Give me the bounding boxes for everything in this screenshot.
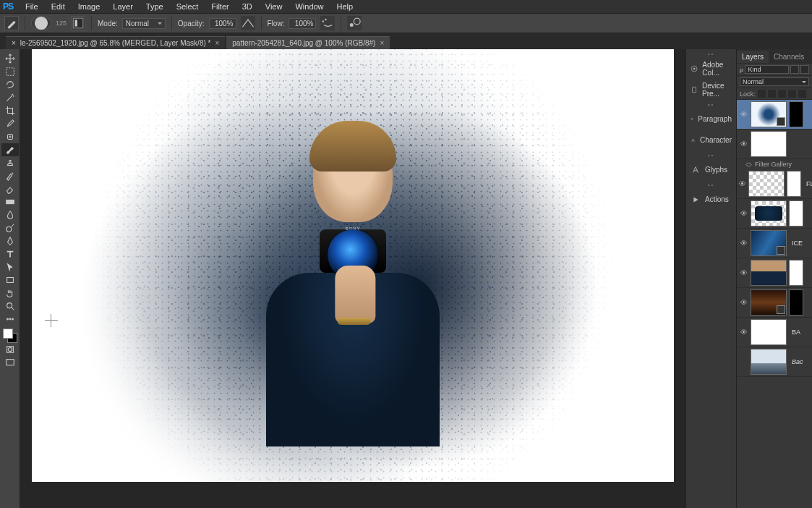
rectangle-tool[interactable] [1, 274, 19, 287]
path-selection-tool[interactable] [1, 261, 19, 274]
layer-row[interactable]: Bac [737, 347, 812, 377]
layer-row[interactable] [737, 258, 812, 288]
pressure-size-icon[interactable] [347, 16, 362, 30]
filter-pixel-icon[interactable] [790, 65, 799, 74]
panel-actions[interactable]: Actions [686, 189, 736, 210]
layer-row[interactable] [737, 199, 812, 229]
healing-brush-tool[interactable] [1, 130, 19, 143]
menu-help[interactable]: Help [330, 1, 360, 12]
type-tool[interactable] [1, 247, 19, 261]
menu-image[interactable]: Image [72, 1, 107, 12]
airbrush-icon[interactable] [320, 16, 335, 30]
layer-thumbnail[interactable] [751, 230, 787, 256]
layer-row[interactable]: FLA [737, 169, 812, 199]
edit-toolbar[interactable] [1, 313, 19, 326]
menu-3d[interactable]: 3D [236, 1, 259, 12]
magic-wand-tool[interactable] [1, 91, 19, 104]
panel-gripper[interactable]: •• [686, 100, 736, 109]
layer-mask-thumbnail[interactable] [789, 101, 803, 127]
layer-mask-thumbnail[interactable] [789, 289, 803, 316]
layer-thumbnail[interactable] [751, 289, 787, 316]
tab-history[interactable]: His [809, 51, 812, 63]
layer-row[interactable] [737, 100, 812, 130]
layer-name[interactable]: ICE [789, 240, 803, 247]
menu-filter[interactable]: Filter [205, 1, 235, 12]
visibility-toggle[interactable] [738, 328, 748, 337]
layer-name[interactable]: BA [789, 329, 800, 336]
lock-all-icon[interactable] [798, 90, 806, 98]
layer-blend-mode-dropdown[interactable]: Normal [740, 77, 809, 86]
menu-layer[interactable]: Layer [106, 1, 140, 12]
lock-artboard-icon[interactable] [788, 90, 796, 98]
visibility-toggle[interactable] [738, 239, 748, 248]
layer-mask-thumbnail[interactable] [789, 260, 803, 286]
blend-mode-dropdown[interactable]: Normal [122, 18, 166, 29]
menu-file[interactable]: File [19, 1, 45, 12]
marquee-tool[interactable] [1, 65, 19, 78]
brush-preview-icon[interactable] [31, 16, 51, 30]
gradient-tool[interactable] [1, 195, 19, 208]
zoom-tool[interactable] [1, 300, 19, 313]
pen-tool[interactable] [1, 234, 19, 247]
layer-mask-thumbnail[interactable] [787, 171, 801, 197]
layer-thumbnail[interactable] [751, 200, 787, 227]
menu-view[interactable]: View [259, 1, 289, 12]
layer-name[interactable]: Bac [789, 358, 803, 365]
screen-mode-icon[interactable] [1, 356, 19, 369]
pressure-opacity-icon[interactable] [241, 16, 255, 30]
blur-tool[interactable] [1, 208, 19, 221]
layer-thumbnail[interactable] [751, 260, 787, 286]
panel-gripper[interactable]: •• [686, 151, 736, 159]
lock-position-icon[interactable] [778, 90, 786, 98]
visibility-toggle[interactable] [738, 110, 748, 119]
layer-row[interactable]: ICE [737, 229, 812, 258]
layer-filter-kind[interactable]: Kind [745, 65, 789, 74]
lock-pixels-icon[interactable] [768, 90, 776, 98]
opacity-input[interactable]: 100% [209, 18, 236, 29]
lasso-tool[interactable] [1, 78, 19, 91]
foreground-color[interactable] [3, 329, 13, 339]
history-brush-tool[interactable] [1, 169, 19, 182]
layer-thumbnail[interactable] [751, 349, 787, 375]
layer-name[interactable]: FLA [803, 180, 812, 187]
menu-window[interactable]: Window [289, 1, 330, 12]
tab-channels[interactable]: Channels [769, 51, 809, 63]
visibility-toggle[interactable] [738, 209, 748, 219]
panel-glyphs[interactable]: Glyphs [686, 159, 736, 180]
hand-tool[interactable] [1, 287, 19, 300]
filter-adj-icon[interactable] [800, 65, 809, 74]
close-icon[interactable]: × [380, 39, 384, 47]
menu-type[interactable]: Type [140, 1, 170, 12]
document-tab[interactable]: ×le-2569502_1920.jpg @ 65.8% (MERGED, La… [6, 36, 225, 49]
smart-filter-row[interactable]: Filter Gallery [737, 159, 812, 169]
color-swatch[interactable] [3, 329, 17, 343]
panel-adobe-color[interactable]: Adobe Col... [686, 58, 736, 79]
visibility-toggle[interactable] [738, 179, 746, 189]
layer-thumbnail[interactable] [751, 131, 787, 157]
move-tool[interactable] [1, 52, 19, 65]
layer-row[interactable]: BA [737, 318, 812, 347]
document-tab[interactable]: pattern-2054281_640.jpg @ 100% (RGB/8#)× [226, 36, 390, 49]
panel-gripper[interactable]: •• [686, 49, 736, 58]
panel-device-preview[interactable]: Device Pre... [686, 79, 736, 100]
layer-thumbnail[interactable] [751, 101, 787, 127]
tab-layers[interactable]: Layers [737, 51, 769, 63]
visibility-toggle[interactable] [738, 140, 748, 149]
brush-tool[interactable] [1, 143, 19, 156]
visibility-toggle[interactable] [738, 268, 748, 278]
document-canvas[interactable]: SONY [32, 49, 674, 482]
quick-mask-icon[interactable] [1, 343, 19, 356]
panel-gripper[interactable]: •• [686, 180, 736, 189]
menu-select[interactable]: Select [170, 1, 205, 12]
layer-mask-thumbnail[interactable] [789, 200, 803, 227]
eraser-tool[interactable] [1, 182, 19, 195]
canvas-area[interactable]: SONY [20, 49, 685, 508]
layer-row[interactable] [737, 130, 812, 159]
panel-paragraph[interactable]: Paragraph [686, 109, 736, 130]
tool-preset-icon[interactable] [4, 16, 19, 30]
layer-row[interactable] [737, 288, 812, 318]
eyedropper-tool[interactable] [1, 117, 19, 130]
panel-character[interactable]: Character [686, 130, 736, 151]
lock-transparency-icon[interactable] [758, 90, 766, 98]
close-icon[interactable]: × [215, 39, 219, 47]
